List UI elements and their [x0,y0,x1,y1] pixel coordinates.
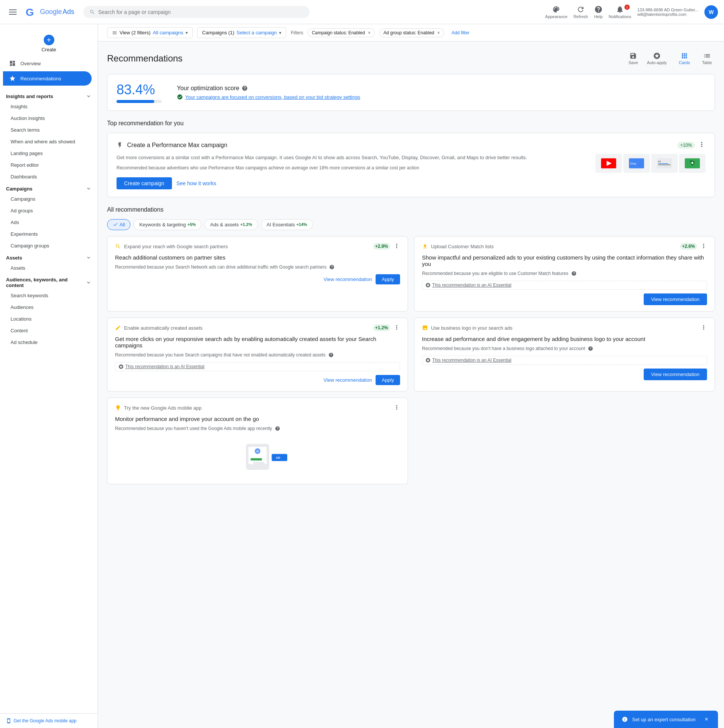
top-rec-body: Get more conversions at a similar cost w… [117,154,706,189]
help-small-icon-2[interactable] [571,271,577,276]
ai-essential-badge-auto-assets[interactable]: This recommendation is an AI Essential [115,362,400,371]
top-rec-header-right: +10% [677,141,706,149]
sidebar-item-content[interactable]: Content [0,325,95,336]
filter-chip-campaign-status-remove[interactable]: × [368,30,371,35]
sidebar-item-when-where[interactable]: When and where ads showed [0,136,95,147]
topbar-right: Appearance Refresh Help 1 Notifications … [545,5,718,19]
tab-keywords[interactable]: Keywords & targeting +5% [133,219,201,230]
rec-card-auto-assets: Enable automatically created assets +1.2… [107,318,408,392]
view-rec-business-logo-button[interactable]: View recommendation [644,369,707,380]
ai-essential-badge-business-logo[interactable]: This recommendation is an AI Essential [422,356,707,365]
rec-card-business-logo-actions: View recommendation [422,369,707,380]
view-rec-customer-match-button[interactable]: View recommendation [644,293,707,305]
page-header: Recommendations Save Auto-apply [107,51,715,66]
help-small-icon-4[interactable] [588,346,593,351]
sidebar-item-assets[interactable]: Assets [0,262,95,274]
svg-rect-9 [658,164,670,165]
expert-close-button[interactable]: × [703,715,710,723]
tab-ads-assets[interactable]: Ads & assets +1.2% [204,219,258,230]
overview-label: Overview [20,61,41,66]
sidebar-item-report-editor[interactable]: Report editor [0,159,95,171]
user-avatar[interactable]: W [704,5,718,19]
score-value: 83.4% [117,82,162,98]
rec-card-business-logo-more[interactable] [700,324,707,332]
save-button[interactable]: Save [629,52,638,65]
score-description[interactable]: Your campaigns are focused on conversion… [177,94,706,100]
score-help-icon[interactable] [242,85,248,91]
view-filter-dropdown[interactable]: View (2 filters) All campaigns [107,27,193,38]
insights-section-header[interactable]: Insights and reports [0,90,98,101]
ai-clock-icon-2 [118,364,124,369]
help-small-icon[interactable] [329,264,334,270]
help-button[interactable]: Help [594,5,603,19]
table-view-button[interactable]: Table [699,51,715,66]
top-rec-more-button[interactable] [698,141,706,149]
hamburger-menu[interactable] [6,6,20,18]
content-area: View (2 filters) All campaigns Campaigns… [98,24,724,728]
see-how-it-works-button[interactable]: See how it works [176,180,216,186]
help-icon [594,5,603,14]
rec-thumb-1 [595,154,622,173]
filter-chip-campaign-status[interactable]: Campaign status: Enabled × [308,28,375,37]
sidebar-item-campaigns[interactable]: Campaigns [0,193,95,205]
sidebar-item-auction-insights[interactable]: Auction insights [0,112,95,124]
notifications-button[interactable]: 1 Notifications [609,5,631,19]
assets-section-header[interactable]: Assets [0,252,98,262]
sidebar-item-audiences[interactable]: Audiences [0,301,95,313]
top-recommendation-card: Create a Performance Max campaign +10% G… [107,133,715,197]
filter-chip-ad-group-status[interactable]: Ad group status: Enabled × [379,28,444,37]
score-bar-wrap [117,100,162,103]
appearance-button[interactable]: Appearance [545,5,568,19]
cards-view-button[interactable]: Cards [676,51,693,66]
sidebar-item-ads[interactable]: Ads [0,217,95,228]
mobile-app-link[interactable]: Get the Google Ads mobile app [6,718,92,723]
more-vert-icon-5 [393,404,400,411]
mobile-app-preview: G 100 [115,436,400,478]
sidebar-item-experiments[interactable]: Experiments [0,228,95,240]
sidebar-item-locations[interactable]: Locations [0,313,95,325]
top-rec-images: Disp Ad [595,154,706,173]
rec-card-customer-match-more[interactable] [700,243,707,250]
sidebar-item-campaign-groups[interactable]: Campaign groups [0,240,95,252]
tab-all[interactable]: All [107,219,130,230]
apply-auto-assets-button[interactable]: Apply [376,375,400,385]
create-campaign-button[interactable]: Create campaign [117,177,172,189]
user-info[interactable]: 133-986-6696 AD Green Gutter... will@tal… [637,8,698,17]
filter-chip-ad-group-status-remove[interactable]: × [437,30,440,35]
sidebar-item-ad-schedule[interactable]: Ad schedule [0,336,95,348]
search-bar[interactable] [83,6,310,18]
add-filter-button[interactable]: Add filter [449,29,472,37]
tab-ai-essentials[interactable]: AI Essentials +14% [261,219,313,230]
audiences-section-header[interactable]: Audiences, keywords, and content [0,274,98,290]
sidebar-item-dashboards[interactable]: Dashboards [0,171,95,183]
check-tab-icon [113,222,118,227]
more-vert-icon-3 [393,324,400,331]
sidebar-item-recommendations[interactable]: Recommendations [3,71,92,86]
view-rec-auto-assets-button[interactable]: View recommendation [324,377,372,383]
apply-search-partners-button[interactable]: Apply [376,274,400,284]
search-input[interactable] [98,9,304,15]
auto-apply-view-button[interactable]: Auto-apply [644,51,670,66]
ai-essential-badge-customer-match[interactable]: This recommendation is an AI Essential [422,281,707,290]
filter-bar: View (2 filters) All campaigns Campaigns… [98,24,724,41]
rec-card-search-partners-more[interactable] [393,243,400,250]
view-rec-search-partners-button[interactable]: View recommendation [324,276,372,282]
notif-badge: 1 [624,5,630,10]
help-small-icon-5[interactable] [275,426,280,431]
svg-text:Ad: Ad [658,160,661,163]
expert-consultation-bar[interactable]: Set up an expert consultation × [614,711,718,728]
sidebar-item-landing-pages[interactable]: Landing pages [0,147,95,159]
sidebar-item-overview[interactable]: Overview [3,56,92,71]
campaigns-filter-dropdown[interactable]: Campaigns (1) Select a campaign [197,27,286,38]
create-button[interactable]: + Create [3,29,95,55]
all-campaigns-value: All campaigns [153,30,183,35]
campaigns-section-header[interactable]: Campaigns [0,183,98,193]
rec-card-mobile-app-more[interactable] [393,404,400,412]
rec-card-auto-assets-more[interactable] [393,324,400,332]
help-small-icon-3[interactable] [328,352,334,358]
sidebar-item-search-terms[interactable]: Search terms [0,124,95,136]
sidebar-item-ad-groups[interactable]: Ad groups [0,205,95,217]
sidebar-item-search-keywords[interactable]: Search keywords [0,290,95,301]
refresh-button[interactable]: Refresh [574,5,588,19]
sidebar-item-insights[interactable]: Insights [0,101,95,112]
